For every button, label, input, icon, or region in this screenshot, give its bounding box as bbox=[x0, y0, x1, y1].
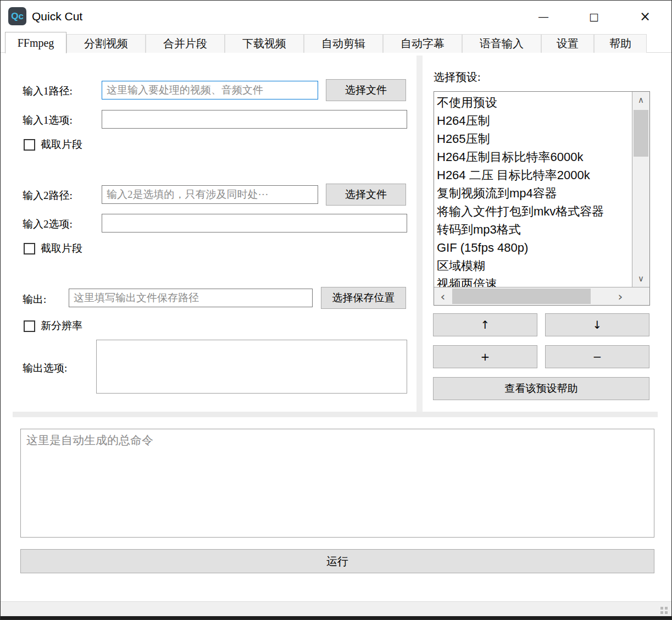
preset-list[interactable]: 不使用预设 H264压制 H265压制 H264压制目标比特率6000k H26… bbox=[434, 92, 632, 287]
close-icon[interactable]: × bbox=[632, 5, 658, 28]
tab-auto-edit[interactable]: 自动剪辑 bbox=[304, 34, 383, 53]
new-resolution-label: 新分辨率 bbox=[41, 319, 82, 333]
new-resolution-checkbox-row: 新分辨率 bbox=[24, 319, 82, 333]
preset-vertical-scrollbar[interactable]: ∧ ∨ bbox=[632, 92, 649, 287]
clip2-label: 截取片段 bbox=[41, 241, 82, 256]
preset-remove-button[interactable]: − bbox=[545, 345, 649, 368]
preset-help-button[interactable]: 查看该预设帮助 bbox=[433, 377, 649, 400]
tab-help[interactable]: 帮助 bbox=[594, 34, 647, 53]
preset-horizontal-scrollbar[interactable]: ‹ › bbox=[434, 287, 649, 305]
scroll-up-icon[interactable]: ∧ bbox=[632, 92, 649, 108]
app-icon: Qc bbox=[8, 7, 26, 25]
vertical-splitter[interactable] bbox=[416, 56, 423, 412]
tab-ffmpeg[interactable]: FFmpeg bbox=[5, 32, 66, 53]
minimize-icon[interactable]: — bbox=[531, 5, 556, 28]
tab-merge-clips[interactable]: 合并片段 bbox=[146, 34, 225, 53]
preset-item[interactable]: 区域模糊 bbox=[437, 257, 632, 275]
status-bar bbox=[1, 601, 671, 616]
scroll-right-icon[interactable]: › bbox=[613, 287, 628, 305]
choose-file1-button[interactable]: 选择文件 bbox=[326, 79, 406, 101]
input1-path-field[interactable] bbox=[102, 81, 318, 99]
preset-item[interactable]: 不使用预设 bbox=[437, 93, 632, 112]
preset-item[interactable]: GIF (15fps 480p) bbox=[437, 239, 632, 257]
preset-add-button[interactable]: + bbox=[433, 345, 537, 368]
clip1-checkbox-row: 截取片段 bbox=[24, 137, 82, 152]
resize-grip-icon[interactable] bbox=[660, 607, 668, 615]
input1-path-label: 输入1路径: bbox=[23, 84, 73, 98]
title-bar: Qc Quick Cut — □ × bbox=[1, 1, 671, 32]
tab-download-video[interactable]: 下载视频 bbox=[225, 34, 304, 53]
tab-settings[interactable]: 设置 bbox=[541, 34, 594, 53]
preset-move-up-button[interactable]: ↑ bbox=[433, 313, 537, 336]
bottom-progress-bar bbox=[1, 616, 671, 620]
output-label: 输出: bbox=[23, 292, 46, 307]
clip1-checkbox[interactable] bbox=[24, 139, 35, 151]
output-options-field[interactable] bbox=[96, 340, 407, 394]
output-path-field[interactable] bbox=[69, 289, 313, 307]
preset-item[interactable]: H265压制 bbox=[437, 130, 632, 148]
maximize-icon[interactable]: □ bbox=[581, 5, 607, 28]
input1-options-field[interactable] bbox=[102, 110, 407, 129]
clip1-label: 截取片段 bbox=[41, 137, 82, 152]
window-title: Quick Cut bbox=[32, 1, 82, 32]
preset-item[interactable]: 复制视频流到mp4容器 bbox=[437, 184, 632, 202]
input2-options-label: 输入2选项: bbox=[23, 217, 73, 231]
choose-save-location-button[interactable]: 选择保存位置 bbox=[321, 287, 406, 309]
input1-options-label: 输入1选项: bbox=[23, 113, 73, 128]
generated-command-field[interactable] bbox=[20, 429, 654, 538]
preset-item[interactable]: 转码到mp3格式 bbox=[437, 220, 632, 239]
horizontal-scroll-thumb[interactable] bbox=[452, 289, 591, 304]
preset-item[interactable]: H264 二压 目标比特率2000k bbox=[437, 166, 632, 184]
new-resolution-checkbox[interactable] bbox=[24, 320, 35, 332]
input2-path-field[interactable] bbox=[102, 185, 318, 204]
clip2-checkbox[interactable] bbox=[24, 243, 35, 254]
scroll-left-icon[interactable]: ‹ bbox=[435, 287, 451, 305]
preset-item[interactable]: H264压制目标比特率6000k bbox=[437, 148, 632, 166]
horizontal-splitter[interactable] bbox=[13, 412, 658, 417]
vertical-scroll-thumb[interactable] bbox=[634, 110, 648, 157]
preset-listbox: 不使用预设 H264压制 H265压制 H264压制目标比特率6000k H26… bbox=[434, 91, 650, 306]
scroll-down-icon[interactable]: ∨ bbox=[632, 270, 649, 287]
run-button[interactable]: 运行 bbox=[20, 549, 654, 573]
preset-move-down-button[interactable]: ↓ bbox=[545, 313, 649, 336]
tab-auto-subtitles[interactable]: 自动字幕 bbox=[383, 34, 462, 53]
input2-options-field[interactable] bbox=[102, 214, 407, 232]
clip2-checkbox-row: 截取片段 bbox=[24, 241, 82, 256]
tab-split-video[interactable]: 分割视频 bbox=[66, 34, 146, 53]
tab-voice-input[interactable]: 语音输入 bbox=[462, 34, 541, 53]
input2-path-label: 输入2路径: bbox=[23, 189, 73, 203]
quick-cut-window: Qc Quick Cut — □ × FFmpeg 分割视频 合并片段 下载视频… bbox=[0, 0, 672, 620]
preset-item[interactable]: H264压制 bbox=[437, 112, 632, 130]
choose-file2-button[interactable]: 选择文件 bbox=[326, 184, 406, 206]
preset-item[interactable]: 视频两倍速 bbox=[437, 275, 632, 287]
preset-item[interactable]: 将输入文件打包到mkv格式容器 bbox=[437, 202, 632, 220]
output-options-label: 输出选项: bbox=[23, 361, 67, 375]
preset-select-label: 选择预设: bbox=[434, 70, 481, 85]
